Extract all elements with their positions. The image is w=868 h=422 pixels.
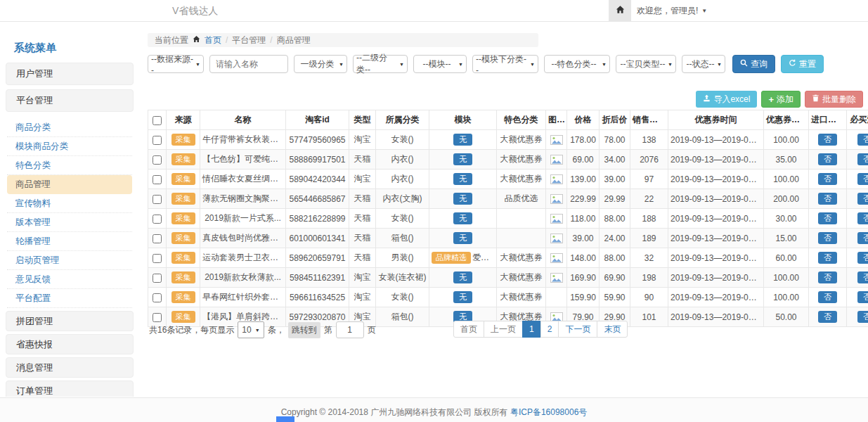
- sidebar-item-goods-management[interactable]: 商品管理: [7, 175, 132, 194]
- import-select-button[interactable]: 否: [818, 291, 837, 303]
- module-none-button[interactable]: 无: [453, 173, 472, 185]
- icp-link[interactable]: 粤ICP备16098006号: [510, 407, 587, 417]
- pager-page-1[interactable]: 1: [522, 321, 541, 338]
- must-buy-button[interactable]: 否: [857, 153, 868, 165]
- home-button[interactable]: [609, 0, 631, 21]
- sidebar-item-platform-config[interactable]: 平台配置: [7, 289, 132, 308]
- pager-first[interactable]: 首页: [453, 321, 484, 338]
- must-buy-button[interactable]: 否: [857, 271, 868, 283]
- cell-name: 2019新款女秋薄款...: [200, 268, 286, 288]
- pager-next[interactable]: 下一页: [558, 321, 597, 338]
- filter-select-data-source[interactable]: --数据来源--▼: [148, 55, 204, 73]
- query-button[interactable]: 查询: [732, 55, 775, 73]
- import-excel-button[interactable]: 导入excel: [696, 91, 757, 108]
- sidebar-item-splash-management[interactable]: 启动页管理: [7, 251, 132, 270]
- must-buy-button[interactable]: 否: [857, 232, 868, 244]
- sidebar-group-platform-management[interactable]: 平台管理: [6, 89, 134, 112]
- sidebar-group-user-management[interactable]: 用户管理: [6, 63, 134, 85]
- row-checkbox[interactable]: [153, 313, 162, 322]
- filter-select-status[interactable]: --状态--▼: [682, 55, 725, 73]
- cell-source: 采集: [167, 130, 200, 150]
- footer: Copyright © 2014-2018 广州九驰网络科技有限公司 版权所有 …: [0, 397, 868, 422]
- breadcrumb-home-link[interactable]: 首页: [205, 34, 221, 46]
- must-buy-button[interactable]: 否: [857, 291, 868, 303]
- row-checkbox[interactable]: [153, 274, 162, 283]
- row-checkbox[interactable]: [153, 175, 162, 184]
- row-checkbox[interactable]: [153, 234, 162, 243]
- pager-prev[interactable]: 上一页: [484, 321, 523, 338]
- row-checkbox[interactable]: [153, 155, 162, 165]
- filter-select-level2-category[interactable]: --二级分类--▼: [353, 55, 408, 73]
- table-row: 采集牛仔背带裤女秋装减龄...577479560965淘宝女装()无大额优惠券1…: [148, 130, 868, 150]
- sidebar-group-group-buy-management[interactable]: 拼团管理: [6, 311, 134, 331]
- row-checkbox[interactable]: [153, 136, 162, 145]
- table-row: 采集2019新款一片式系...588216228899天猫女装()无118.00…: [148, 209, 868, 229]
- module-none-button[interactable]: 无: [453, 153, 472, 165]
- module-none-button[interactable]: 无: [453, 193, 472, 205]
- cell-type: 天猫: [349, 209, 376, 229]
- import-select-button[interactable]: 否: [818, 252, 837, 264]
- filter-select-item-type[interactable]: --宝贝类型--▼: [616, 55, 676, 73]
- filter-select-module-subcategory[interactable]: --模块下分类--▼: [472, 55, 538, 73]
- user-menu[interactable]: 欢迎您，管理员! ▼: [637, 0, 707, 21]
- cell-coupon-amount: 200.00: [764, 189, 809, 209]
- row-checkbox[interactable]: [153, 195, 162, 204]
- import-select-button[interactable]: 否: [818, 193, 837, 205]
- must-buy-button[interactable]: 否: [857, 252, 868, 264]
- caret-down-icon: ▼: [530, 62, 535, 67]
- cell-category: 内衣(): [376, 150, 429, 170]
- add-button[interactable]: + 添加: [761, 91, 801, 108]
- import-select-button[interactable]: 否: [818, 153, 837, 165]
- sidebar-item-carousel-management[interactable]: 轮播管理: [7, 232, 132, 251]
- cell-icon: [546, 170, 567, 189]
- sidebar-group-saving-express[interactable]: 省惠快报: [6, 334, 134, 354]
- module-none-button[interactable]: 无: [453, 291, 472, 303]
- import-select-button[interactable]: 否: [818, 173, 837, 185]
- must-buy-button[interactable]: 否: [857, 173, 868, 185]
- sidebar-item-module-goods-category[interactable]: 模块商品分类: [7, 137, 132, 156]
- cell-category: 女装(): [376, 288, 429, 307]
- cell-checkbox: [148, 150, 167, 170]
- import-select-button[interactable]: 否: [818, 134, 837, 146]
- module-none-button[interactable]: 无: [453, 232, 472, 244]
- pager-last[interactable]: 末页: [597, 321, 628, 338]
- filter-select-module[interactable]: --模块--▼: [413, 55, 467, 73]
- batch-delete-button[interactable]: 批量删除: [805, 91, 863, 108]
- row-checkbox[interactable]: [153, 215, 162, 224]
- reset-button[interactable]: 重置: [781, 55, 824, 73]
- select-all-checkbox[interactable]: [153, 116, 162, 125]
- sidebar-item-feedback[interactable]: 意见反馈: [7, 270, 132, 289]
- module-none-button[interactable]: 无: [453, 134, 472, 146]
- sidebar-item-goods-category[interactable]: 商品分类: [7, 118, 132, 137]
- pager-page-2[interactable]: 2: [540, 321, 559, 338]
- page-number-input[interactable]: [336, 321, 364, 338]
- sidebar-item-version-management[interactable]: 版本管理: [7, 213, 132, 232]
- filter-select-level1-category[interactable]: 一级分类▼: [294, 55, 347, 73]
- filter-name-input[interactable]: [209, 55, 288, 73]
- cell-name: 薄款无钢圈文胸聚拢性...: [200, 189, 286, 209]
- sidebar-group-message-management[interactable]: 消息管理: [6, 357, 134, 378]
- import-select-button[interactable]: 否: [818, 271, 837, 283]
- sidebar-item-promo-materials[interactable]: 宣传物料: [7, 194, 132, 213]
- row-checkbox[interactable]: [153, 254, 162, 263]
- sidebar-group-order-management[interactable]: 订单管理: [6, 381, 134, 397]
- cell-checkbox: [148, 170, 167, 189]
- must-buy-button[interactable]: 否: [857, 311, 868, 323]
- module-none-button[interactable]: 无: [453, 212, 472, 224]
- cell-source: 采集: [167, 268, 200, 288]
- cell-category: 男装(): [376, 248, 429, 268]
- module-none-button[interactable]: 无: [453, 271, 472, 283]
- import-select-button[interactable]: 否: [818, 311, 837, 323]
- cell-sales: 97: [630, 170, 668, 189]
- must-buy-button[interactable]: 否: [857, 134, 868, 146]
- must-buy-button[interactable]: 否: [857, 193, 868, 205]
- row-checkbox[interactable]: [153, 293, 162, 302]
- per-page-select[interactable]: 10 ▼: [238, 321, 264, 338]
- import-select-button[interactable]: 否: [818, 212, 837, 224]
- import-select-button[interactable]: 否: [818, 232, 837, 244]
- jump-button[interactable]: 跳转到: [288, 322, 320, 338]
- filter-select-feature-category[interactable]: --特色分类--▼: [544, 55, 610, 73]
- cell-coupon-amount: 100.00: [764, 170, 809, 189]
- sidebar-item-feature-category[interactable]: 特色分类: [7, 156, 132, 175]
- must-buy-button[interactable]: 否: [857, 212, 868, 224]
